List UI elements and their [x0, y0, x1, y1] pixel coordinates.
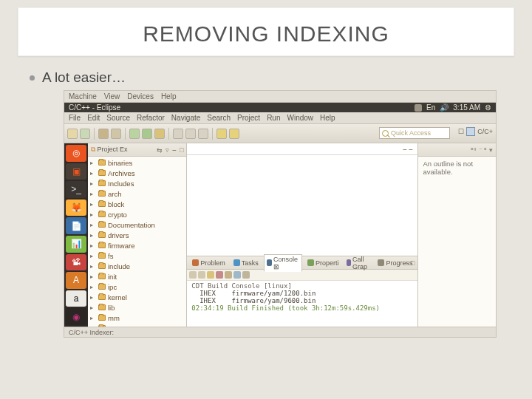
- tree-item[interactable]: ▸init: [88, 271, 186, 282]
- console-open-icon[interactable]: [233, 271, 241, 279]
- twisty-icon[interactable]: ▸: [90, 315, 96, 321]
- twisty-icon[interactable]: ▸: [90, 253, 96, 259]
- twisty-icon[interactable]: ▸: [90, 160, 96, 166]
- bottom-tab[interactable]: Console ⊠: [264, 254, 302, 272]
- open-perspective-icon[interactable]: ☐: [458, 128, 464, 135]
- launcher-icon-7[interactable]: A: [66, 272, 86, 289]
- twisty-icon[interactable]: ▸: [90, 191, 96, 197]
- console-stop-icon[interactable]: [216, 271, 223, 279]
- twisty-icon[interactable]: ▸: [90, 242, 96, 249]
- tb-open-type-icon[interactable]: [173, 129, 183, 139]
- vm-menu-machine[interactable]: Machine: [69, 92, 97, 100]
- launcher-icon-6[interactable]: 📽: [66, 254, 86, 271]
- tree-item[interactable]: ▸binaries: [88, 157, 186, 168]
- tb-debug-icon[interactable]: [129, 129, 140, 139]
- maximize-icon[interactable]: □: [180, 146, 183, 154]
- lang-indicator[interactable]: En: [426, 103, 435, 112]
- minimize-icon[interactable]: ‒: [172, 146, 177, 154]
- tree-item[interactable]: ▸drivers: [88, 230, 186, 240]
- gear-icon[interactable]: ⚙: [485, 103, 491, 112]
- menu-file[interactable]: File: [69, 114, 81, 122]
- menu-project[interactable]: Project: [237, 114, 260, 122]
- tree-item[interactable]: ▸kernel: [88, 292, 186, 302]
- twisty-icon[interactable]: ▸: [90, 325, 96, 327]
- twisty-icon[interactable]: ▸: [90, 284, 96, 290]
- tb-run-icon[interactable]: [142, 129, 152, 139]
- tree-item[interactable]: ▸fs: [88, 250, 186, 261]
- console-remove-icon[interactable]: [225, 271, 232, 279]
- cpp-perspective-icon[interactable]: [466, 127, 475, 136]
- tb-hammer-icon[interactable]: [111, 129, 121, 139]
- twisty-icon[interactable]: ▸: [90, 273, 96, 280]
- launcher-icon-0[interactable]: ◎: [66, 145, 86, 162]
- tree-item[interactable]: ▸Includes: [88, 178, 186, 188]
- editor-min-icon[interactable]: ‒ ‒: [403, 146, 414, 153]
- tb-profile-icon[interactable]: [154, 129, 165, 139]
- console-clear-icon[interactable]: [207, 271, 214, 279]
- twisty-icon[interactable]: ▸: [90, 232, 96, 239]
- mail-icon[interactable]: [415, 104, 422, 112]
- tree-item[interactable]: ▸net: [88, 323, 186, 327]
- launcher-icon-4[interactable]: 📄: [66, 217, 86, 234]
- launcher-icon-8[interactable]: a: [66, 290, 86, 307]
- bottom-min-icon[interactable]: ‒: [403, 259, 407, 267]
- console-body[interactable]: CDT Build Console [linux] IHEX firmware/…: [187, 281, 417, 327]
- launcher-icon-9[interactable]: ◉: [66, 308, 86, 325]
- launcher-icon-1[interactable]: ▣: [66, 163, 86, 180]
- console-pin-icon[interactable]: [189, 271, 197, 279]
- tb-new-icon[interactable]: [67, 129, 78, 139]
- vm-menu-help[interactable]: Help: [161, 92, 177, 100]
- menu-help[interactable]: Help: [320, 114, 335, 122]
- tb-back-icon[interactable]: [216, 129, 227, 139]
- twisty-icon[interactable]: ▸: [90, 170, 96, 177]
- bottom-tab[interactable]: Problem: [189, 258, 228, 268]
- tb-search-icon[interactable]: [185, 129, 196, 139]
- clock[interactable]: 3:15 AM: [453, 103, 480, 112]
- twisty-icon[interactable]: ▸: [90, 211, 96, 218]
- menu-run[interactable]: Run: [267, 114, 280, 122]
- twisty-icon[interactable]: ▸: [90, 304, 96, 311]
- project-tree[interactable]: ▸binaries▸Archives▸Includes▸arch▸block▸c…: [88, 157, 186, 327]
- tree-item[interactable]: ▸arch: [88, 188, 186, 199]
- tree-item[interactable]: ▸crypto: [88, 209, 186, 219]
- bottom-tab[interactable]: Properti: [304, 258, 342, 268]
- outline-header-controls[interactable]: ᵒᵍ ⁻ ᵒ ▾: [471, 146, 493, 154]
- bottom-max-icon[interactable]: □: [411, 259, 415, 267]
- view-menu-icon[interactable]: ▿: [166, 146, 169, 154]
- tree-item[interactable]: ▸block: [88, 199, 186, 209]
- twisty-icon[interactable]: ▸: [90, 263, 96, 270]
- tb-fwd-icon[interactable]: [229, 129, 239, 139]
- bottom-tab[interactable]: Tasks: [231, 258, 262, 268]
- tree-item[interactable]: ▸lib: [88, 302, 186, 313]
- quick-access-field[interactable]: Quick Access: [379, 127, 450, 139]
- link-editor-icon[interactable]: ⇆: [157, 146, 163, 154]
- vm-menu-devices[interactable]: Devices: [127, 92, 154, 100]
- bottom-tab[interactable]: Call Grap: [344, 254, 372, 272]
- menu-refactor[interactable]: Refactor: [137, 114, 165, 122]
- menu-window[interactable]: Window: [287, 114, 313, 122]
- twisty-icon[interactable]: ▸: [90, 222, 96, 228]
- twisty-icon[interactable]: ▸: [90, 294, 96, 301]
- perspective-switcher[interactable]: ☐ C/C+: [458, 127, 493, 136]
- menu-edit[interactable]: Edit: [87, 114, 100, 122]
- tb-task-icon[interactable]: [198, 129, 208, 139]
- sound-icon[interactable]: 🔊: [440, 103, 449, 112]
- tree-item[interactable]: ▸mm: [88, 313, 186, 323]
- menu-search[interactable]: Search: [207, 114, 231, 122]
- twisty-icon[interactable]: ▸: [90, 201, 96, 208]
- tb-build-icon[interactable]: [98, 129, 109, 139]
- tree-item[interactable]: ▸Archives: [88, 168, 186, 178]
- console-switch-icon[interactable]: [242, 271, 250, 279]
- launcher-icon-5[interactable]: 📊: [66, 236, 86, 253]
- tree-item[interactable]: ▸Documentation: [88, 219, 186, 230]
- vm-menu-view[interactable]: View: [104, 92, 120, 100]
- menu-source[interactable]: Source: [106, 114, 130, 122]
- launcher-icon-2[interactable]: >_: [66, 181, 86, 198]
- tree-item[interactable]: ▸include: [88, 261, 186, 271]
- tree-item[interactable]: ▸ipc: [88, 282, 186, 292]
- tb-save-icon[interactable]: [80, 129, 90, 139]
- menu-navigate[interactable]: Navigate: [171, 114, 200, 122]
- tree-item[interactable]: ▸firmware: [88, 240, 186, 250]
- twisty-icon[interactable]: ▸: [90, 180, 96, 187]
- console-scroll-icon[interactable]: [198, 271, 205, 279]
